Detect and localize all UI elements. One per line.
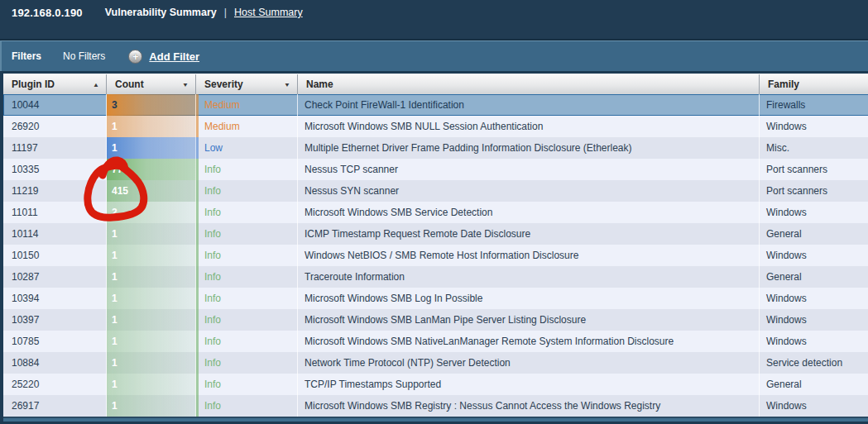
severity-cell: Info: [196, 223, 298, 245]
table-row[interactable]: 103941InfoMicrosoft Windows SMB Log In P…: [3, 288, 868, 309]
add-filter-button[interactable]: Add Filter: [149, 50, 199, 63]
family-cell: Windows: [760, 395, 868, 417]
severity-cell: Info: [196, 352, 298, 374]
severity-cell: Info: [196, 159, 298, 180]
filters-label: Filters: [12, 50, 41, 62]
plugin-id-cell: 26920: [3, 116, 107, 137]
table-row[interactable]: 108841InfoNetwork Time Protocol (NTP) Se…: [3, 352, 868, 374]
plus-icon[interactable]: +: [128, 50, 142, 64]
count-bar-cell: 1: [107, 266, 196, 288]
family-cell: Windows: [760, 309, 868, 331]
table-row[interactable]: 100443MediumCheck Point FireWall-1 Ident…: [3, 94, 868, 116]
severity-cell: Low: [196, 137, 298, 159]
host-summary-link[interactable]: Host Summary: [234, 7, 303, 18]
table-row[interactable]: 269201MediumMicrosoft Windows SMB NULL S…: [3, 116, 868, 137]
column-header-name[interactable]: Name: [298, 74, 760, 94]
family-cell: Service detection: [760, 352, 868, 374]
name-header-label: Name: [306, 79, 333, 90]
family-cell: General: [760, 374, 868, 395]
plugin-id-cell: 10394: [3, 288, 107, 309]
table-row[interactable]: 102871InfoTraceroute InformationGeneral: [3, 266, 868, 288]
name-cell: Network Time Protocol (NTP) Server Detec…: [298, 352, 760, 374]
title-separator: |: [224, 7, 227, 18]
column-header-plugin-id[interactable]: Plugin ID ▲: [3, 74, 107, 94]
severity-cell: Info: [196, 288, 298, 309]
table-row[interactable]: 110112InfoMicrosoft Windows SMB Service …: [3, 202, 868, 223]
severity-cell: Info: [196, 374, 298, 395]
title-bar: 192.168.0.190 Vulnerability Summary | Ho…: [0, 0, 868, 40]
count-bar-cell: 779: [107, 159, 196, 180]
plugin-id-cell: 10044: [3, 94, 107, 116]
table-row[interactable]: 101501InfoWindows NetBIOS / SMB Remote H…: [3, 245, 868, 266]
name-cell: TCP/IP Timestamps Supported: [298, 374, 760, 395]
count-bar-cell: 1: [107, 288, 196, 309]
family-header-label: Family: [768, 79, 799, 90]
plugin-id-cell: 11197: [3, 137, 107, 159]
table-row[interactable]: 10335779InfoNessus TCP scannerPort scann…: [3, 159, 868, 180]
name-cell: Check Point FireWall-1 Identification: [298, 94, 760, 116]
count-header-label: Count: [115, 79, 144, 90]
sort-desc-icon: ▼: [182, 81, 189, 88]
plugin-id-cell: 10114: [3, 223, 107, 245]
name-cell: Windows NetBIOS / SMB Remote Host Inform…: [298, 245, 760, 266]
table-row[interactable]: 11219415InfoNessus SYN scannerPort scann…: [3, 180, 868, 202]
severity-cell: Info: [196, 266, 298, 288]
family-cell: General: [760, 266, 868, 288]
table-row[interactable]: 107851InfoMicrosoft Windows SMB NativeLa…: [3, 331, 868, 352]
severity-cell: Info: [196, 331, 298, 352]
table-row[interactable]: 252201InfoTCP/IP Timestamps SupportedGen…: [3, 374, 868, 395]
family-cell: Windows: [760, 288, 868, 309]
family-cell: Windows: [760, 116, 868, 137]
name-cell: Microsoft Windows SMB NativeLanManager R…: [298, 331, 760, 352]
table-body: 100443MediumCheck Point FireWall-1 Ident…: [3, 94, 868, 417]
plugin-id-cell: 10287: [3, 266, 107, 288]
family-cell: Windows: [760, 202, 868, 223]
column-header-severity[interactable]: Severity ▼: [196, 74, 298, 94]
count-bar-cell: 3: [107, 94, 196, 116]
count-bar-cell: 1: [107, 137, 196, 159]
plugin-id-cell: 11011: [3, 202, 107, 223]
plugin-id-header-label: Plugin ID: [12, 79, 55, 90]
plugin-id-cell: 26917: [3, 395, 107, 417]
column-header-count[interactable]: Count ▼: [107, 74, 196, 94]
count-bar-cell: 415: [107, 180, 196, 202]
severity-cell: Info: [196, 309, 298, 331]
name-cell: Traceroute Information: [298, 266, 760, 288]
severity-header-label: Severity: [204, 79, 243, 90]
name-cell: Microsoft Windows SMB Registry : Nessus …: [298, 395, 760, 417]
family-cell: Misc.: [760, 137, 868, 159]
count-bar-cell: 1: [107, 331, 196, 352]
table-row[interactable]: 101141InfoICMP Timestamp Request Remote …: [3, 223, 868, 245]
count-bar-cell: 1: [107, 374, 196, 395]
filters-status: No Filters: [63, 50, 105, 62]
vulnerability-summary-tab: Vulnerability Summary: [105, 7, 217, 18]
host-address: 192.168.0.190: [12, 7, 83, 19]
plugin-id-cell: 10884: [3, 352, 107, 374]
severity-cell: Info: [196, 395, 298, 417]
filters-toolbar: Filters No Filters + Add Filter: [0, 40, 868, 71]
count-bar-cell: 1: [107, 116, 196, 137]
family-cell: General: [760, 223, 868, 245]
table-header-row: Plugin ID ▲ Count ▼ Severity ▼ Name Fami…: [3, 74, 868, 94]
name-cell: Multiple Ethernet Driver Frame Padding I…: [298, 137, 760, 159]
table-row[interactable]: 111971LowMultiple Ethernet Driver Frame …: [3, 137, 868, 159]
count-bar-cell: 1: [107, 245, 196, 266]
family-cell: Port scanners: [760, 180, 868, 202]
name-cell: Microsoft Windows SMB LanMan Pipe Server…: [298, 309, 760, 331]
table-row[interactable]: 269171InfoMicrosoft Windows SMB Registry…: [3, 395, 868, 417]
count-bar-cell: 1: [107, 223, 196, 245]
name-cell: Nessus TCP scanner: [298, 159, 760, 180]
name-cell: Nessus SYN scanner: [298, 180, 760, 202]
plugin-id-cell: 25220: [3, 374, 107, 395]
family-cell: Port scanners: [760, 159, 868, 180]
sort-desc-icon: ▼: [284, 81, 290, 88]
column-header-family[interactable]: Family: [760, 74, 868, 94]
count-bar-cell: 1: [107, 352, 196, 374]
table-row[interactable]: 103971InfoMicrosoft Windows SMB LanMan P…: [3, 309, 868, 331]
plugin-id-cell: 10785: [3, 331, 107, 352]
plugin-id-cell: 10397: [3, 309, 107, 331]
name-cell: Microsoft Windows SMB Log In Possible: [298, 288, 760, 309]
name-cell: Microsoft Windows SMB Service Detection: [298, 202, 760, 223]
sort-asc-icon: ▲: [93, 81, 99, 88]
table-bottom-strip: [3, 417, 868, 422]
